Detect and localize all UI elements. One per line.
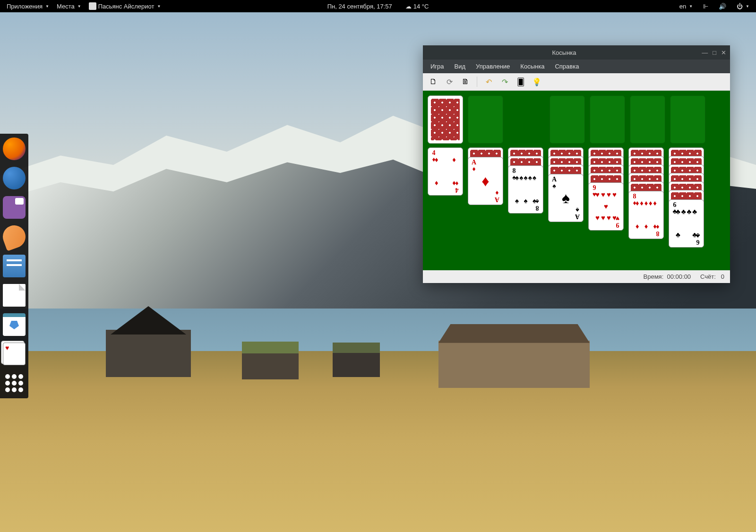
tableau-pile-2: A♦ ♦ A♦ <box>468 147 503 209</box>
active-app-label: Пасьянс Айслериот <box>98 3 155 10</box>
card-8-spades[interactable]: 8♠ ♠♠♠♠♠♠♠♠ 8♠ <box>508 165 543 214</box>
card-9-hearts[interactable]: 9♥ ♥♥♥♥♥♥♥♥♥ 9♥ <box>588 182 624 231</box>
new-game-icon: 🗋 <box>430 77 437 86</box>
foundation-3[interactable] <box>630 95 665 144</box>
tableau-pile-3: 8♠ ♠♠♠♠♠♠♠♠ 8♠ <box>508 147 543 218</box>
volume-icon: 🔊 <box>719 3 726 10</box>
tableau-pile-4: A♠ ♠ A♠ <box>548 147 584 228</box>
network-indicator[interactable]: ⊩ <box>700 3 711 10</box>
card-8-diamonds[interactable]: 8♦ ♦♦♦♦♦♦♦♦ 8♦ <box>628 191 664 239</box>
tableau-pile-7: 6♣ ♣♣♣♣♣♣ 6♣ <box>669 147 704 256</box>
weather-indicator[interactable]: ☁ 14 °C <box>403 3 432 10</box>
dock-item-files[interactable] <box>3 255 26 277</box>
menubar: Игра Вид Управление Косынка Справка <box>423 60 730 73</box>
power-icon: ⏻ <box>737 3 743 10</box>
titlebar[interactable]: Косынка — □ ✕ <box>423 45 730 60</box>
redo-button[interactable]: ↷ <box>498 76 511 88</box>
redo-icon: ↷ <box>502 77 508 86</box>
menu-control[interactable]: Управление <box>471 61 515 71</box>
network-icon: ⊩ <box>703 3 708 10</box>
deal-button[interactable]: 🂠 <box>514 76 527 88</box>
applications-menu[interactable]: Приложения ▼ <box>4 3 52 10</box>
dock-item-thunderbird[interactable] <box>3 167 26 189</box>
score-value: 0 <box>721 273 724 280</box>
hint-icon: 💡 <box>532 77 541 86</box>
clock[interactable]: Пн, 24 сентября, 17:57 <box>325 3 395 10</box>
tableau-pile-5: 9♥ ♥♥♥♥♥♥♥♥♥ 9♥ <box>588 147 624 237</box>
card-4-diamonds[interactable]: 4♦ ♦♦♦♦ 4♦ <box>428 147 463 196</box>
dock-item-libreoffice[interactable] <box>3 284 26 307</box>
close-button[interactable]: ✕ <box>721 49 726 56</box>
restart-button[interactable]: ⟳ <box>443 76 456 88</box>
apps-grid-icon <box>5 374 23 392</box>
dock-item-apps-grid[interactable] <box>3 372 26 395</box>
power-menu[interactable]: ⏻ ▼ <box>734 3 752 10</box>
window-title: Косынка <box>427 49 702 56</box>
minimize-button[interactable]: — <box>702 49 708 56</box>
menu-klondike[interactable]: Косынка <box>515 61 549 71</box>
chevron-down-icon: ▼ <box>746 4 749 9</box>
statusbar: Время: 00:00:00 Счёт: 0 <box>423 270 730 283</box>
score-label: Счёт: <box>700 273 716 280</box>
restart-icon: ⟳ <box>447 77 453 86</box>
card-ace-diamonds[interactable]: A♦ ♦ A♦ <box>468 157 503 205</box>
menu-view[interactable]: Вид <box>450 61 471 71</box>
dock-item-solitaire[interactable] <box>3 343 26 365</box>
dock-item-firefox[interactable] <box>3 137 26 160</box>
dock <box>0 134 28 398</box>
dock-item-amarok[interactable] <box>0 222 29 251</box>
volume-indicator[interactable]: 🔊 <box>716 3 729 10</box>
game-board: 4♦ ♦♦♦♦ 4♦ A♦ ♦ A♦ 8♠ ♠♠♠ <box>423 91 730 270</box>
datetime-label: Пн, 24 сентября, 17:57 <box>327 3 392 10</box>
select-game-icon: 🗎 <box>462 77 469 86</box>
solitaire-window: Косынка — □ ✕ Игра Вид Управление Косынк… <box>423 45 730 283</box>
top-panel: Приложения ▼ Места ▼ Пасьянс Айслериот ▼… <box>0 0 756 12</box>
deal-icon: 🂠 <box>517 77 524 86</box>
new-game-button[interactable]: 🗋 <box>427 76 440 88</box>
keyboard-layout[interactable]: en ▼ <box>677 3 696 10</box>
undo-button[interactable]: ↶ <box>482 76 495 88</box>
chevron-down-icon: ▼ <box>77 4 81 9</box>
toolbar: 🗋 ⟳ 🗎 ↶ ↷ 🂠 💡 <box>423 73 730 91</box>
active-app-menu[interactable]: Пасьянс Айслериот ▼ <box>86 2 164 10</box>
hint-button[interactable]: 💡 <box>530 76 543 88</box>
foundation-2[interactable] <box>590 95 625 144</box>
solitaire-icon <box>89 2 96 10</box>
time-value: 00:00:00 <box>667 273 691 280</box>
weather-label: 14 °C <box>413 3 429 10</box>
foundation-1[interactable] <box>550 95 585 144</box>
places-menu[interactable]: Места ▼ <box>54 3 84 10</box>
chevron-down-icon: ▼ <box>45 4 49 9</box>
weather-icon: ☁ <box>405 3 412 10</box>
chevron-down-icon: ▼ <box>689 4 693 9</box>
card-6-clubs[interactable]: 6♣ ♣♣♣♣♣♣ 6♣ <box>669 199 704 248</box>
lang-label: en <box>679 3 686 10</box>
foundation-4[interactable] <box>670 95 705 144</box>
menu-game[interactable]: Игра <box>426 61 449 71</box>
tableau-pile-6: 8♦ ♦♦♦♦♦♦♦♦ 8♦ <box>628 147 664 247</box>
select-game-button[interactable]: 🗎 <box>459 76 472 88</box>
places-label: Места <box>57 3 75 10</box>
menu-help[interactable]: Справка <box>550 61 584 71</box>
tableau-pile-1: 4♦ ♦♦♦♦ 4♦ <box>428 147 463 199</box>
dock-item-pidgin[interactable] <box>3 196 26 219</box>
stock-pile[interactable] <box>428 95 463 144</box>
card-ace-spades[interactable]: A♠ ♠ A♠ <box>548 174 584 222</box>
undo-icon: ↶ <box>486 77 492 86</box>
applications-label: Приложения <box>7 3 43 10</box>
time-label: Время: <box>644 273 664 280</box>
maximize-button[interactable]: □ <box>713 49 716 56</box>
chevron-down-icon: ▼ <box>157 4 161 9</box>
dock-item-software[interactable] <box>3 313 26 336</box>
waste-pile[interactable] <box>468 95 503 144</box>
